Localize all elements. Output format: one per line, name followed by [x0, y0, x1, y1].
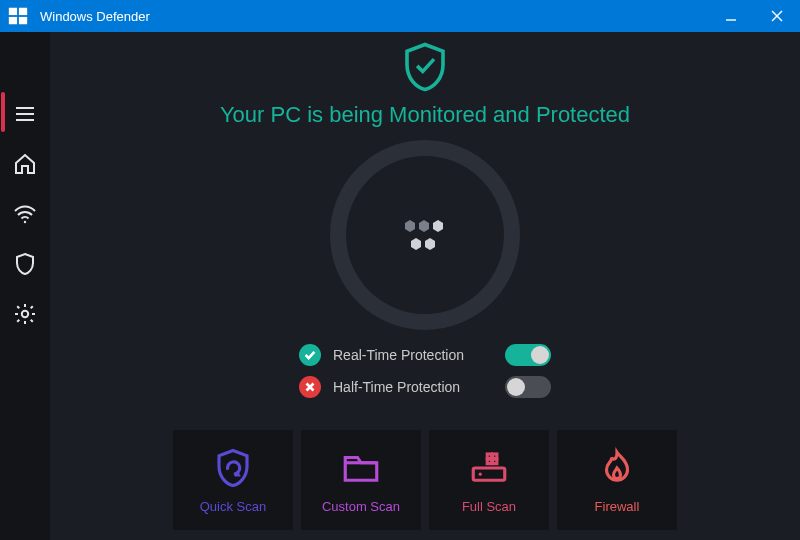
svg-rect-20: [473, 468, 505, 480]
svg-rect-0: [9, 8, 17, 15]
realtime-protection-label: Real-Time Protection: [333, 347, 493, 363]
svg-rect-2: [9, 17, 17, 24]
svg-rect-1: [19, 8, 27, 15]
titlebar: Windows Defender: [0, 0, 800, 32]
svg-rect-25: [493, 459, 497, 463]
folder-icon: [340, 447, 382, 489]
firewall-button[interactable]: Firewall: [557, 430, 677, 530]
sidebar: [0, 32, 50, 540]
main-panel: Your PC is being Monitored and Protected…: [50, 32, 800, 540]
shield-icon: [13, 252, 37, 276]
sidebar-item-menu[interactable]: [5, 94, 45, 134]
home-icon: [13, 152, 37, 176]
realtime-protection-toggle[interactable]: [505, 344, 551, 366]
loading-hex-icon: [330, 140, 520, 330]
check-circle-icon: [299, 344, 321, 366]
action-cards: Quick Scan Custom Scan Full Scan Firewal…: [50, 430, 800, 530]
halftime-protection-label: Half-Time Protection: [333, 379, 493, 395]
svg-marker-14: [433, 220, 443, 232]
quick-scan-label: Quick Scan: [200, 499, 266, 514]
svg-point-10: [24, 221, 26, 223]
window-title: Windows Defender: [36, 9, 708, 24]
halftime-protection-toggle[interactable]: [505, 376, 551, 398]
status-shield-icon: [398, 40, 452, 98]
x-circle-icon: [299, 376, 321, 398]
progress-ring: [330, 140, 520, 330]
sidebar-active-indicator: [1, 92, 5, 132]
sidebar-item-shield[interactable]: [5, 244, 45, 284]
protection-toggles: Real-Time Protection Half-Time Protectio…: [299, 344, 551, 398]
svg-marker-15: [411, 238, 421, 250]
svg-point-21: [479, 472, 482, 475]
full-scan-button[interactable]: Full Scan: [429, 430, 549, 530]
menu-icon: [13, 102, 37, 126]
svg-marker-12: [405, 220, 415, 232]
svg-rect-3: [19, 17, 27, 24]
wifi-icon: [13, 202, 37, 226]
sidebar-item-wifi[interactable]: [5, 194, 45, 234]
quick-scan-button[interactable]: Quick Scan: [173, 430, 293, 530]
status-headline: Your PC is being Monitored and Protected: [220, 102, 630, 128]
full-scan-label: Full Scan: [462, 499, 516, 514]
realtime-protection-row: Real-Time Protection: [299, 344, 551, 366]
halftime-protection-row: Half-Time Protection: [299, 376, 551, 398]
minimize-button[interactable]: [708, 0, 754, 32]
sidebar-item-home[interactable]: [5, 144, 45, 184]
sidebar-item-settings[interactable]: [5, 294, 45, 334]
svg-marker-13: [419, 220, 429, 232]
gear-icon: [13, 302, 37, 326]
firewall-label: Firewall: [595, 499, 640, 514]
custom-scan-button[interactable]: Custom Scan: [301, 430, 421, 530]
custom-scan-label: Custom Scan: [322, 499, 400, 514]
svg-marker-16: [425, 238, 435, 250]
windows-logo-icon: [0, 0, 36, 32]
close-button[interactable]: [754, 0, 800, 32]
flame-icon: [596, 447, 638, 489]
shield-refresh-icon: [212, 447, 254, 489]
svg-point-11: [22, 311, 28, 317]
drive-icon: [468, 447, 510, 489]
